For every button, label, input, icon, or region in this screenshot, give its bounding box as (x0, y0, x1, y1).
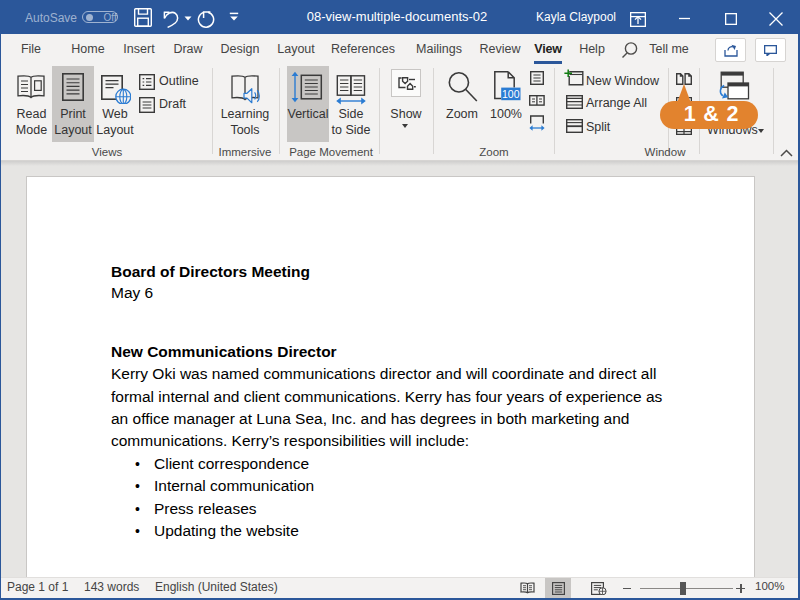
svg-text:100: 100 (502, 88, 520, 100)
